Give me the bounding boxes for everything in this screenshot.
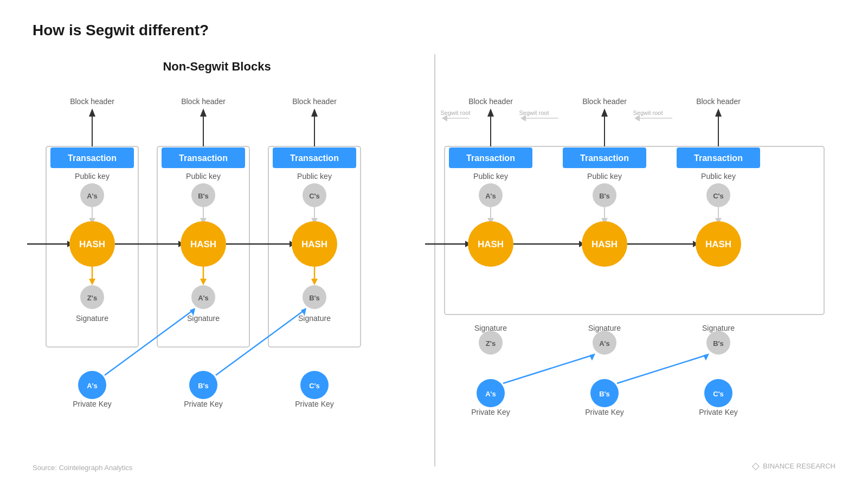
svg-marker-29 bbox=[311, 218, 318, 224]
svg-point-110 bbox=[479, 331, 503, 355]
svg-text:Block header: Block header bbox=[468, 97, 513, 106]
svg-line-125 bbox=[503, 355, 593, 383]
svg-text:HASH: HASH bbox=[301, 239, 327, 249]
svg-text:Public key: Public key bbox=[297, 172, 332, 181]
svg-marker-43 bbox=[89, 279, 95, 285]
svg-text:Public key: Public key bbox=[75, 172, 110, 181]
section-divider bbox=[434, 54, 435, 466]
svg-text:HASH: HASH bbox=[478, 239, 504, 249]
svg-marker-145 bbox=[442, 115, 447, 121]
svg-text:A's: A's bbox=[87, 382, 98, 390]
svg-text:Block header: Block header bbox=[696, 97, 741, 106]
svg-text:B's: B's bbox=[198, 382, 209, 390]
svg-text:Signature: Signature bbox=[474, 324, 507, 332]
svg-text:Signature: Signature bbox=[298, 314, 331, 323]
svg-point-52 bbox=[303, 285, 326, 309]
svg-text:Block header: Block header bbox=[292, 97, 337, 106]
svg-text:C's: C's bbox=[713, 390, 724, 398]
svg-text:Block header: Block header bbox=[582, 97, 627, 106]
svg-line-127 bbox=[617, 355, 706, 383]
svg-marker-135 bbox=[601, 108, 608, 117]
svg-point-116 bbox=[477, 379, 505, 407]
svg-rect-76 bbox=[677, 147, 760, 168]
svg-marker-47 bbox=[311, 279, 318, 285]
svg-line-66 bbox=[105, 311, 192, 375]
svg-text:HASH: HASH bbox=[705, 239, 731, 249]
svg-text:Block header: Block header bbox=[181, 97, 226, 106]
svg-line-68 bbox=[216, 311, 304, 375]
svg-text:A's: A's bbox=[198, 294, 209, 302]
svg-point-57 bbox=[78, 371, 106, 399]
svg-text:Public key: Public key bbox=[587, 172, 622, 181]
svg-text:Private Key: Private Key bbox=[184, 400, 223, 408]
svg-point-63 bbox=[300, 371, 329, 399]
svg-text:Z's: Z's bbox=[87, 294, 97, 302]
svg-rect-74 bbox=[449, 147, 532, 168]
svg-text:A's: A's bbox=[485, 192, 496, 200]
svg-rect-2 bbox=[268, 146, 361, 347]
svg-text:Signature: Signature bbox=[187, 314, 220, 323]
svg-text:HASH: HASH bbox=[79, 239, 105, 249]
svg-text:C's: C's bbox=[309, 382, 320, 390]
svg-rect-1 bbox=[157, 146, 249, 347]
svg-rect-75 bbox=[563, 147, 646, 168]
svg-text:Signature: Signature bbox=[702, 324, 735, 332]
svg-text:A's: A's bbox=[599, 339, 610, 348]
svg-point-103 bbox=[582, 221, 627, 267]
svg-point-119 bbox=[590, 379, 619, 407]
svg-point-40 bbox=[292, 221, 337, 267]
svg-marker-8 bbox=[311, 108, 318, 117]
svg-marker-4 bbox=[89, 108, 95, 117]
svg-text:Public key: Public key bbox=[701, 172, 736, 181]
svg-text:Transaction: Transaction bbox=[694, 153, 743, 163]
svg-rect-10 bbox=[162, 147, 245, 168]
svg-marker-94 bbox=[715, 218, 722, 224]
svg-marker-92 bbox=[601, 218, 608, 224]
svg-marker-25 bbox=[89, 218, 95, 224]
source-label: Source: Cointelegraph Analytics bbox=[33, 464, 132, 472]
svg-marker-27 bbox=[200, 218, 207, 224]
svg-marker-67 bbox=[190, 308, 195, 316]
svg-point-18 bbox=[80, 183, 104, 207]
svg-marker-33 bbox=[178, 241, 184, 247]
svg-marker-6 bbox=[200, 108, 207, 117]
svg-text:Public key: Public key bbox=[186, 172, 221, 181]
svg-marker-128 bbox=[703, 354, 709, 361]
svg-text:Segwit root: Segwit root bbox=[519, 110, 549, 116]
svg-text:Private Key: Private Key bbox=[585, 408, 624, 416]
svg-point-50 bbox=[191, 285, 215, 309]
svg-text:Signature: Signature bbox=[588, 324, 621, 332]
page-title: How is Segwit different? bbox=[33, 22, 209, 39]
svg-marker-133 bbox=[487, 108, 494, 117]
svg-marker-100 bbox=[693, 241, 698, 247]
svg-rect-73 bbox=[445, 146, 824, 314]
svg-text:Private Key: Private Key bbox=[295, 400, 334, 408]
svg-text:Segwit root: Segwit root bbox=[440, 110, 470, 116]
svg-marker-126 bbox=[589, 354, 595, 361]
svg-marker-142 bbox=[520, 115, 526, 121]
svg-text:B's: B's bbox=[713, 339, 724, 348]
svg-marker-137 bbox=[715, 108, 722, 117]
svg-point-83 bbox=[479, 183, 503, 207]
svg-text:B's: B's bbox=[599, 192, 610, 200]
svg-text:Segwit root: Segwit root bbox=[633, 110, 663, 116]
svg-text:Signature: Signature bbox=[76, 314, 108, 323]
svg-marker-96 bbox=[465, 241, 471, 247]
svg-text:A's: A's bbox=[87, 192, 98, 200]
svg-text:Transaction: Transaction bbox=[179, 153, 228, 163]
svg-text:Private Key: Private Key bbox=[73, 400, 112, 408]
svg-text:Transaction: Transaction bbox=[68, 153, 117, 163]
svg-marker-45 bbox=[200, 279, 207, 285]
svg-marker-31 bbox=[67, 241, 73, 247]
svg-text:Transaction: Transaction bbox=[580, 153, 629, 163]
svg-marker-139 bbox=[634, 115, 640, 121]
svg-point-87 bbox=[706, 183, 730, 207]
svg-text:HASH: HASH bbox=[591, 239, 618, 249]
svg-text:Block header: Block header bbox=[70, 97, 114, 106]
svg-text:Transaction: Transaction bbox=[290, 153, 339, 163]
svg-point-20 bbox=[191, 183, 215, 207]
svg-text:A's: A's bbox=[485, 390, 496, 398]
svg-point-105 bbox=[696, 221, 741, 267]
svg-text:Public key: Public key bbox=[473, 172, 508, 181]
svg-text:B's: B's bbox=[309, 294, 320, 302]
